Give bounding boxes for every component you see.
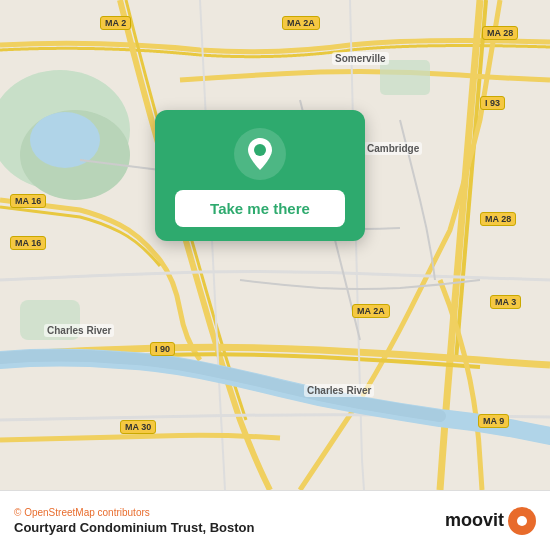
- bottom-left-info: © OpenStreetMap contributors Courtyard C…: [14, 507, 255, 535]
- moovit-dot-inner: [517, 516, 527, 526]
- bottom-bar: © OpenStreetMap contributors Courtyard C…: [0, 490, 550, 550]
- map-label-somerville: Somerville: [332, 52, 389, 65]
- road-badge-i90: I 90: [150, 342, 175, 356]
- attribution-symbol: ©: [14, 507, 21, 518]
- road-badge-ma16-bot: MA 16: [10, 236, 46, 250]
- map-label-cambridge: Cambridge: [364, 142, 422, 155]
- map-label-charles-river-left: Charles River: [44, 324, 114, 337]
- take-me-there-button[interactable]: Take me there: [175, 190, 345, 227]
- svg-rect-4: [380, 60, 430, 95]
- location-pin-icon: [234, 128, 286, 180]
- svg-point-7: [254, 144, 266, 156]
- road-badge-ma3: MA 3: [490, 295, 521, 309]
- road-badge-ma28-top: MA 28: [482, 26, 518, 40]
- location-card: Take me there: [155, 110, 365, 241]
- road-badge-ma28-mid: MA 28: [480, 212, 516, 226]
- map-attribution: © OpenStreetMap contributors: [14, 507, 255, 518]
- moovit-logo: moovit: [445, 507, 536, 535]
- road-badge-i93: I 93: [480, 96, 505, 110]
- road-badge-ma9: MA 9: [478, 414, 509, 428]
- map-container: MA 2 MA 2A MA 28 MA 16 MA 16 I 93 MA 28 …: [0, 0, 550, 490]
- moovit-text: moovit: [445, 510, 504, 531]
- road-badge-ma16-top: MA 16: [10, 194, 46, 208]
- map-label-charles-river-right: Charles River: [304, 384, 374, 397]
- moovit-dot-icon: [508, 507, 536, 535]
- location-name: Courtyard Condominium Trust, Boston: [14, 520, 255, 535]
- attribution-link[interactable]: OpenStreetMap contributors: [24, 507, 150, 518]
- road-badge-ma30: MA 30: [120, 420, 156, 434]
- road-badge-ma2: MA 2: [100, 16, 131, 30]
- svg-point-3: [30, 112, 100, 168]
- road-badge-ma2a-mid: MA 2A: [352, 304, 390, 318]
- road-badge-ma2a-top: MA 2A: [282, 16, 320, 30]
